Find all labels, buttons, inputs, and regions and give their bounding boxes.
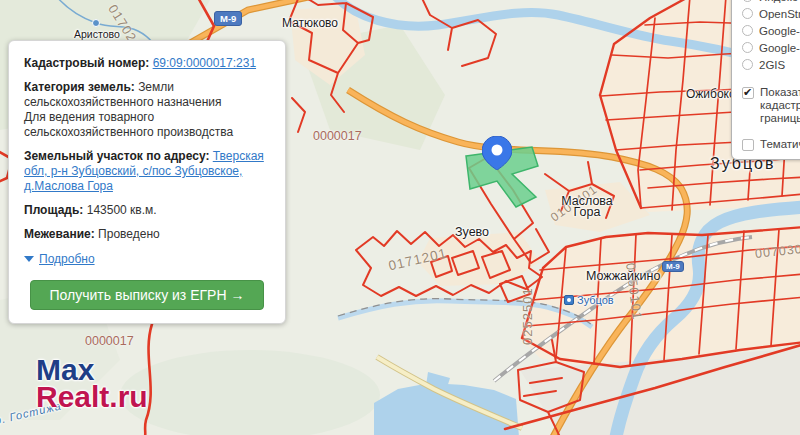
category-row: Категория земель: Земли сельскохозяйстве… (24, 80, 270, 140)
place-label-zuevo: Зуево (455, 225, 489, 239)
station-name: Зубцов (577, 294, 614, 306)
road-badge-m9: М-9 (662, 261, 684, 272)
layer-option-openstreetmap[interactable]: OpenStreetMap (742, 5, 800, 22)
cadastral-number-label: Кадастровый номер: (24, 56, 149, 70)
overlay-label: Показать кадастровые границы участков (760, 86, 800, 125)
railway-station-label: Зубцов (564, 294, 614, 306)
place-label-aristovo: Аристово (74, 28, 120, 40)
place-label-matyukovo: Матюково (282, 16, 338, 30)
cadastral-number-link[interactable]: 69:09:0000017:231 (153, 56, 256, 70)
overlay-option-thematic-map[interactable]: Тематическая карта (742, 138, 800, 151)
checkbox-icon[interactable] (742, 139, 754, 151)
area-label: Площадь: (24, 203, 83, 217)
cadastral-quarter-label: 0252501 (520, 287, 535, 345)
maxrealt-logo: Max Realt.ru (36, 356, 148, 410)
layer-option-google-map[interactable]: Google-карта (742, 22, 800, 39)
train-station-icon (564, 295, 574, 305)
map-viewport[interactable]: Матюково Аристово Ожибоково Зубцов Масло… (0, 0, 800, 435)
get-egrn-extract-button[interactable]: Получить выписку из ЕГРН → (30, 280, 264, 310)
place-label-mozhzhaykino: Можжайкино (586, 269, 660, 283)
cadastral-quarter-label: 0000017 (313, 129, 362, 143)
cadastral-number-row: Кадастровый номер: 69:09:0000017:231 (24, 56, 270, 71)
radio-icon[interactable] (742, 59, 753, 70)
survey-row: Межевание: Проведено (24, 227, 270, 242)
category-label: Категория земель: (24, 80, 135, 94)
survey-label: Межевание: (24, 227, 95, 241)
overlay-label: Тематическая карта (760, 138, 800, 151)
layer-label: Google-спутник (759, 42, 800, 54)
survey-value: Проведено (98, 227, 160, 241)
cadastral-quarter-label: 0000017 (85, 334, 134, 348)
radio-icon[interactable] (742, 0, 753, 2)
details-toggle[interactable]: Подробно (24, 252, 95, 267)
layer-label: 2GIS (759, 59, 785, 71)
layer-option-google-satellite[interactable]: Google-спутник (742, 39, 800, 56)
logo-line2: Realt.ru (36, 383, 148, 410)
details-link-label: Подробно (39, 252, 95, 267)
area-value: 143500 кв.м. (87, 203, 157, 217)
category-note: Для ведения товарного сельскохозяйственн… (24, 110, 270, 140)
parcel-info-card: Кадастровый номер: 69:09:0000017:231 Кат… (8, 40, 286, 324)
address-label: Земельный участок по адресу: (24, 149, 209, 163)
layer-label: Яндекс-карта (759, 0, 800, 3)
layers-panel: Яндекс-карта OpenStreetMap Google-карта … (731, 0, 800, 160)
area-row: Площадь: 143500 кв.м. (24, 203, 270, 218)
radio-icon[interactable] (742, 42, 753, 53)
map-pin[interactable] (482, 136, 512, 170)
collapse-triangle-icon (24, 256, 34, 262)
category-line: Категория земель: Земли сельскохозяйстве… (24, 80, 270, 110)
overlay-option-cadastral-borders[interactable]: Показать кадастровые границы участков (742, 86, 800, 125)
maslova-line2: Гора (556, 207, 618, 218)
layer-label: Google-карта (759, 25, 800, 37)
radio-icon[interactable] (742, 8, 753, 19)
layer-label: OpenStreetMap (759, 8, 800, 20)
place-label-maslova-gora: Маслова Гора (556, 196, 618, 218)
button-row: Получить выписку из ЕГРН → (24, 280, 270, 310)
radio-icon[interactable] (742, 25, 753, 36)
address-row: Земельный участок по адресу: Тверская об… (24, 149, 270, 194)
layer-option-2gis[interactable]: 2GIS (742, 56, 800, 73)
logo-line1: Max (36, 356, 148, 383)
checkbox-icon[interactable] (742, 87, 754, 99)
road-badge-m9: М-9 (214, 11, 242, 26)
